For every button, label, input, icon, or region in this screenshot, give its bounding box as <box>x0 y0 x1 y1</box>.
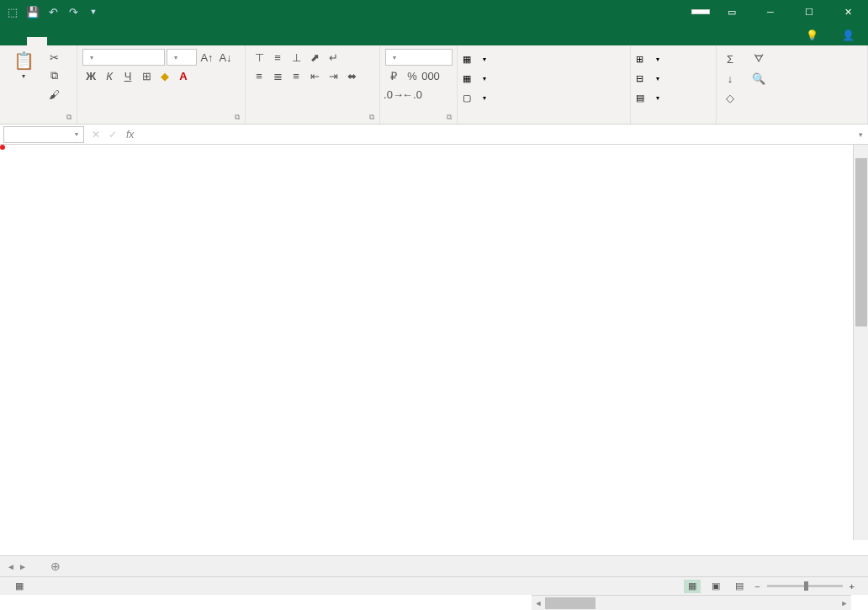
font-color-button[interactable]: А <box>175 67 192 84</box>
clipboard-icon: 📋 <box>13 50 34 71</box>
zoom-out-button[interactable]: − <box>754 581 760 591</box>
decrease-font-button[interactable]: A↓ <box>217 49 234 66</box>
view-normal-button[interactable]: ▦ <box>684 580 701 593</box>
insert-icon: ⊞ <box>636 54 651 65</box>
paste-button[interactable]: 📋▾ <box>5 49 42 82</box>
align-dialog-icon[interactable]: ⧉ <box>369 113 374 122</box>
bold-button[interactable]: Ж <box>82 67 99 84</box>
number-dialog-icon[interactable]: ⧉ <box>447 113 452 122</box>
percent-button[interactable]: % <box>404 67 421 84</box>
table-icon: ▦ <box>463 73 478 84</box>
login-button[interactable] <box>691 9 710 14</box>
underline-button[interactable]: Ч <box>119 67 136 84</box>
macro-record-icon[interactable]: ▦ <box>15 581 24 591</box>
fill-button[interactable]: ↓ <box>722 70 738 87</box>
format-cells-button[interactable]: ▤▾ <box>636 89 659 106</box>
ribbon-display-icon[interactable]: ▭ <box>715 0 749 24</box>
qat-custom-icon[interactable]: ▼ <box>84 3 103 21</box>
increase-decimal-button[interactable]: .0→ <box>385 86 402 103</box>
zoom-slider[interactable] <box>767 585 843 587</box>
font-name-combo[interactable]: ▾ <box>82 49 165 66</box>
save-icon[interactable]: 💾 <box>24 3 42 21</box>
tab-insert[interactable] <box>47 37 67 45</box>
tellme-button[interactable]: 💡 <box>796 25 832 45</box>
align-right-button[interactable]: ≡ <box>288 67 304 84</box>
orientation-button[interactable]: ⬈ <box>306 49 323 66</box>
conditional-formatting-button[interactable]: ▦▾ <box>463 50 486 67</box>
tab-data[interactable] <box>108 37 128 45</box>
comma-button[interactable]: 000 <box>422 67 439 84</box>
lightbulb-icon: 💡 <box>806 29 818 41</box>
delete-icon: ⊟ <box>636 73 651 84</box>
delete-cells-button[interactable]: ⊟▾ <box>636 70 659 87</box>
font-dialog-icon[interactable]: ⧉ <box>235 113 240 122</box>
format-as-table-button[interactable]: ▦▾ <box>463 70 486 87</box>
number-format-combo[interactable]: ▾ <box>385 49 453 66</box>
tab-view[interactable] <box>148 37 168 45</box>
sheet-nav-prev[interactable]: ◄ <box>5 562 17 571</box>
tab-help[interactable] <box>168 37 188 45</box>
cond-format-icon: ▦ <box>463 54 478 65</box>
tab-review[interactable] <box>128 37 148 45</box>
tab-home[interactable] <box>27 37 47 45</box>
find-select-button[interactable]: 🔍 <box>750 70 767 87</box>
fx-icon[interactable]: fx <box>126 129 134 141</box>
autosum-button[interactable]: Σ <box>722 50 738 67</box>
cancel-formula-icon[interactable]: ✕ <box>87 129 104 141</box>
add-sheet-button[interactable]: ⊕ <box>45 560 66 573</box>
tab-formulas[interactable] <box>87 37 108 45</box>
cell-style-icon: ▢ <box>463 93 478 103</box>
increase-indent-button[interactable]: ⇥ <box>325 67 341 84</box>
zoom-in-button[interactable]: + <box>849 581 855 591</box>
view-pagebreak-button[interactable]: ▤ <box>731 580 748 593</box>
align-middle-button[interactable]: ≡ <box>269 49 286 66</box>
name-box[interactable]: ▾ <box>3 126 84 143</box>
accept-formula-icon[interactable]: ✓ <box>104 129 121 141</box>
align-bottom-button[interactable]: ⊥ <box>288 49 304 66</box>
view-layout-button[interactable]: ▣ <box>707 580 724 593</box>
copy-button[interactable]: ⧉ <box>45 67 62 84</box>
cut-button[interactable]: ✂ <box>45 49 62 66</box>
clear-button[interactable]: ◇ <box>722 89 738 106</box>
align-left-button[interactable]: ≡ <box>251 67 267 84</box>
wrap-text-button[interactable]: ↵ <box>325 49 341 66</box>
fill-color-button[interactable]: ◆ <box>156 67 173 84</box>
decrease-decimal-button[interactable]: ←.0 <box>404 86 421 103</box>
vertical-scrollbar[interactable] <box>853 145 868 540</box>
cell-styles-button[interactable]: ▢▾ <box>463 89 486 106</box>
horizontal-scrollbar[interactable]: ◄► <box>532 595 851 610</box>
merge-button[interactable]: ⬌ <box>343 67 360 84</box>
sort-filter-button[interactable]: ᗊ <box>750 50 767 67</box>
share-icon: 👤 <box>842 29 855 41</box>
format-icon: ▤ <box>636 93 651 103</box>
currency-button[interactable]: ₽ <box>385 67 402 84</box>
format-painter-button[interactable]: 🖌 <box>45 86 62 103</box>
sheet-nav-next[interactable]: ► <box>17 562 29 571</box>
formula-bar[interactable] <box>139 126 853 143</box>
minimize-icon[interactable]: ─ <box>754 0 787 24</box>
align-center-button[interactable]: ≣ <box>269 67 286 84</box>
italic-button[interactable]: К <box>101 67 118 84</box>
clipboard-dialog-icon[interactable]: ⧉ <box>66 113 71 122</box>
undo-icon[interactable]: ↶ <box>44 3 62 21</box>
align-top-button[interactable]: ⊤ <box>251 49 267 66</box>
tab-layout[interactable] <box>67 37 87 45</box>
formula-expand-icon[interactable]: ▾ <box>853 130 868 139</box>
maximize-icon[interactable]: ☐ <box>792 0 826 24</box>
autosave-icon[interactable]: ⬚ <box>3 3 22 21</box>
insert-cells-button[interactable]: ⊞▾ <box>636 50 659 67</box>
share-button[interactable]: 👤 <box>832 25 868 45</box>
increase-font-button[interactable]: A↑ <box>198 49 215 66</box>
font-size-combo[interactable]: ▾ <box>167 49 197 66</box>
borders-button[interactable]: ⊞ <box>138 67 155 84</box>
decrease-indent-button[interactable]: ⇤ <box>306 67 323 84</box>
tab-file[interactable] <box>7 37 27 45</box>
close-icon[interactable]: ✕ <box>831 0 865 24</box>
redo-icon[interactable]: ↷ <box>64 3 82 21</box>
